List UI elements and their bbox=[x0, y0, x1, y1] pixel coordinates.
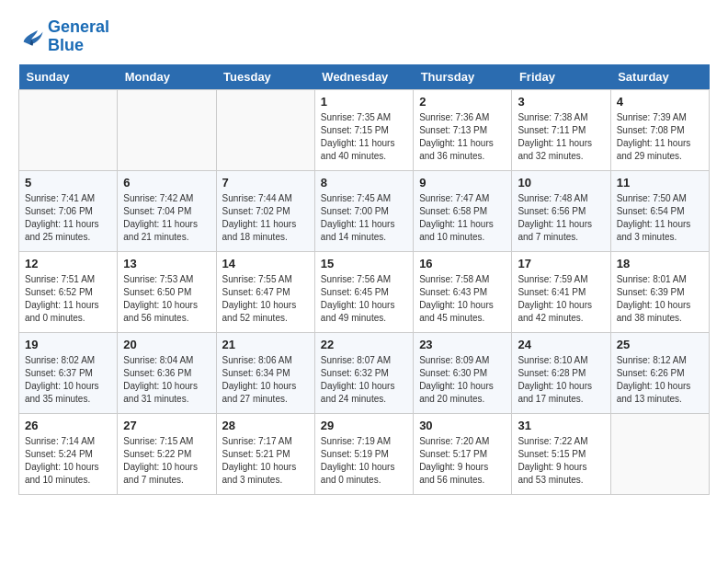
calendar-cell: 18Sunrise: 8:01 AM Sunset: 6:39 PM Dayli… bbox=[610, 251, 709, 332]
day-info: Sunrise: 7:53 AM Sunset: 6:50 PM Dayligh… bbox=[123, 273, 210, 325]
calendar-cell: 19Sunrise: 8:02 AM Sunset: 6:37 PM Dayli… bbox=[19, 332, 118, 413]
day-number: 19 bbox=[25, 338, 111, 351]
calendar-cell: 28Sunrise: 7:17 AM Sunset: 5:21 PM Dayli… bbox=[216, 413, 314, 494]
day-number: 2 bbox=[419, 95, 506, 109]
day-info: Sunrise: 7:41 AM Sunset: 7:06 PM Dayligh… bbox=[25, 192, 111, 244]
day-info: Sunrise: 7:59 AM Sunset: 6:41 PM Dayligh… bbox=[518, 273, 604, 325]
day-info: Sunrise: 8:12 AM Sunset: 6:26 PM Dayligh… bbox=[617, 354, 703, 406]
day-info: Sunrise: 8:01 AM Sunset: 6:39 PM Dayligh… bbox=[617, 273, 703, 325]
calendar-cell: 31Sunrise: 7:22 AM Sunset: 5:15 PM Dayli… bbox=[512, 413, 610, 494]
day-number: 17 bbox=[518, 257, 604, 270]
day-number: 13 bbox=[123, 257, 210, 270]
day-info: Sunrise: 7:56 AM Sunset: 6:45 PM Dayligh… bbox=[321, 273, 407, 325]
day-number: 20 bbox=[123, 338, 210, 351]
calendar-cell: 24Sunrise: 8:10 AM Sunset: 6:28 PM Dayli… bbox=[512, 332, 610, 413]
weekday-header-saturday: Saturday bbox=[610, 64, 709, 90]
day-number: 22 bbox=[321, 338, 407, 351]
day-info: Sunrise: 8:02 AM Sunset: 6:37 PM Dayligh… bbox=[25, 354, 111, 406]
day-info: Sunrise: 7:38 AM Sunset: 7:11 PM Dayligh… bbox=[518, 111, 604, 163]
calendar-cell: 6Sunrise: 7:42 AM Sunset: 7:04 PM Daylig… bbox=[118, 170, 216, 251]
day-number: 12 bbox=[25, 257, 111, 270]
day-info: Sunrise: 7:45 AM Sunset: 7:00 PM Dayligh… bbox=[321, 192, 407, 244]
day-info: Sunrise: 7:39 AM Sunset: 7:08 PM Dayligh… bbox=[617, 111, 703, 163]
day-number: 10 bbox=[518, 176, 604, 190]
day-number: 11 bbox=[617, 176, 703, 190]
calendar-cell: 23Sunrise: 8:09 AM Sunset: 6:30 PM Dayli… bbox=[414, 332, 512, 413]
day-info: Sunrise: 7:20 AM Sunset: 5:17 PM Dayligh… bbox=[419, 435, 506, 487]
day-info: Sunrise: 7:22 AM Sunset: 5:15 PM Dayligh… bbox=[518, 435, 604, 487]
calendar-cell: 5Sunrise: 7:41 AM Sunset: 7:06 PM Daylig… bbox=[19, 170, 118, 251]
day-number: 31 bbox=[518, 419, 604, 432]
day-number: 8 bbox=[321, 176, 407, 190]
day-number: 18 bbox=[617, 257, 703, 270]
day-number: 16 bbox=[419, 257, 506, 270]
day-info: Sunrise: 8:09 AM Sunset: 6:30 PM Dayligh… bbox=[419, 354, 506, 406]
weekday-header-wednesday: Wednesday bbox=[314, 64, 413, 90]
day-info: Sunrise: 7:15 AM Sunset: 5:22 PM Dayligh… bbox=[123, 435, 210, 487]
day-info: Sunrise: 7:51 AM Sunset: 6:52 PM Dayligh… bbox=[25, 273, 111, 325]
weekday-header-monday: Monday bbox=[118, 64, 216, 90]
day-info: Sunrise: 7:36 AM Sunset: 7:13 PM Dayligh… bbox=[419, 111, 506, 163]
day-info: Sunrise: 7:19 AM Sunset: 5:19 PM Dayligh… bbox=[321, 435, 407, 487]
logo-text: General Blue bbox=[48, 18, 109, 55]
calendar-cell: 13Sunrise: 7:53 AM Sunset: 6:50 PM Dayli… bbox=[118, 251, 216, 332]
day-info: Sunrise: 7:58 AM Sunset: 6:43 PM Dayligh… bbox=[419, 273, 506, 325]
day-number: 30 bbox=[419, 419, 506, 432]
week-row-1: 1Sunrise: 7:35 AM Sunset: 7:15 PM Daylig… bbox=[19, 89, 710, 170]
day-number: 28 bbox=[222, 419, 309, 432]
calendar-cell bbox=[19, 89, 118, 170]
calendar-cell: 21Sunrise: 8:06 AM Sunset: 6:34 PM Dayli… bbox=[216, 332, 314, 413]
day-info: Sunrise: 7:35 AM Sunset: 7:15 PM Dayligh… bbox=[321, 111, 407, 163]
day-number: 7 bbox=[222, 176, 309, 190]
day-info: Sunrise: 7:48 AM Sunset: 6:56 PM Dayligh… bbox=[518, 192, 604, 244]
calendar-cell: 9Sunrise: 7:47 AM Sunset: 6:58 PM Daylig… bbox=[414, 170, 512, 251]
day-info: Sunrise: 8:07 AM Sunset: 6:32 PM Dayligh… bbox=[321, 354, 407, 406]
day-number: 27 bbox=[123, 419, 210, 432]
day-info: Sunrise: 7:42 AM Sunset: 7:04 PM Dayligh… bbox=[123, 192, 210, 244]
calendar-cell: 8Sunrise: 7:45 AM Sunset: 7:00 PM Daylig… bbox=[314, 170, 413, 251]
day-info: Sunrise: 7:14 AM Sunset: 5:24 PM Dayligh… bbox=[25, 435, 111, 487]
page-header: General Blue bbox=[18, 18, 710, 55]
day-number: 9 bbox=[419, 176, 506, 190]
day-number: 3 bbox=[518, 95, 604, 109]
calendar-table: SundayMondayTuesdayWednesdayThursdayFrid… bbox=[18, 64, 710, 495]
day-info: Sunrise: 7:55 AM Sunset: 6:47 PM Dayligh… bbox=[222, 273, 309, 325]
day-info: Sunrise: 7:50 AM Sunset: 6:54 PM Dayligh… bbox=[617, 192, 703, 244]
calendar-cell: 30Sunrise: 7:20 AM Sunset: 5:17 PM Dayli… bbox=[414, 413, 512, 494]
day-info: Sunrise: 7:44 AM Sunset: 7:02 PM Dayligh… bbox=[222, 192, 309, 244]
calendar-cell: 3Sunrise: 7:38 AM Sunset: 7:11 PM Daylig… bbox=[512, 89, 610, 170]
logo: General Blue bbox=[18, 18, 109, 55]
day-number: 1 bbox=[321, 95, 407, 109]
day-number: 5 bbox=[25, 176, 111, 190]
calendar-cell: 20Sunrise: 8:04 AM Sunset: 6:36 PM Dayli… bbox=[118, 332, 216, 413]
day-info: Sunrise: 8:06 AM Sunset: 6:34 PM Dayligh… bbox=[222, 354, 309, 406]
day-number: 29 bbox=[321, 419, 407, 432]
calendar-cell bbox=[216, 89, 314, 170]
day-number: 25 bbox=[617, 338, 703, 351]
day-number: 21 bbox=[222, 338, 309, 351]
day-number: 15 bbox=[321, 257, 407, 270]
calendar-cell: 15Sunrise: 7:56 AM Sunset: 6:45 PM Dayli… bbox=[314, 251, 413, 332]
calendar-cell bbox=[610, 413, 709, 494]
calendar-cell: 17Sunrise: 7:59 AM Sunset: 6:41 PM Dayli… bbox=[512, 251, 610, 332]
day-info: Sunrise: 8:10 AM Sunset: 6:28 PM Dayligh… bbox=[518, 354, 604, 406]
week-row-3: 12Sunrise: 7:51 AM Sunset: 6:52 PM Dayli… bbox=[19, 251, 710, 332]
day-number: 24 bbox=[518, 338, 604, 351]
calendar-cell: 22Sunrise: 8:07 AM Sunset: 6:32 PM Dayli… bbox=[314, 332, 413, 413]
day-info: Sunrise: 7:47 AM Sunset: 6:58 PM Dayligh… bbox=[419, 192, 506, 244]
day-number: 6 bbox=[123, 176, 210, 190]
calendar-cell: 14Sunrise: 7:55 AM Sunset: 6:47 PM Dayli… bbox=[216, 251, 314, 332]
weekday-header-row: SundayMondayTuesdayWednesdayThursdayFrid… bbox=[19, 64, 710, 90]
logo-icon bbox=[18, 24, 44, 50]
calendar-cell: 29Sunrise: 7:19 AM Sunset: 5:19 PM Dayli… bbox=[314, 413, 413, 494]
calendar-cell: 26Sunrise: 7:14 AM Sunset: 5:24 PM Dayli… bbox=[19, 413, 118, 494]
calendar-cell: 12Sunrise: 7:51 AM Sunset: 6:52 PM Dayli… bbox=[19, 251, 118, 332]
week-row-2: 5Sunrise: 7:41 AM Sunset: 7:06 PM Daylig… bbox=[19, 170, 710, 251]
calendar-cell bbox=[118, 89, 216, 170]
calendar-cell: 7Sunrise: 7:44 AM Sunset: 7:02 PM Daylig… bbox=[216, 170, 314, 251]
calendar-cell: 25Sunrise: 8:12 AM Sunset: 6:26 PM Dayli… bbox=[610, 332, 709, 413]
calendar-cell: 1Sunrise: 7:35 AM Sunset: 7:15 PM Daylig… bbox=[314, 89, 413, 170]
week-row-4: 19Sunrise: 8:02 AM Sunset: 6:37 PM Dayli… bbox=[19, 332, 710, 413]
calendar-cell: 16Sunrise: 7:58 AM Sunset: 6:43 PM Dayli… bbox=[414, 251, 512, 332]
day-info: Sunrise: 8:04 AM Sunset: 6:36 PM Dayligh… bbox=[123, 354, 210, 406]
